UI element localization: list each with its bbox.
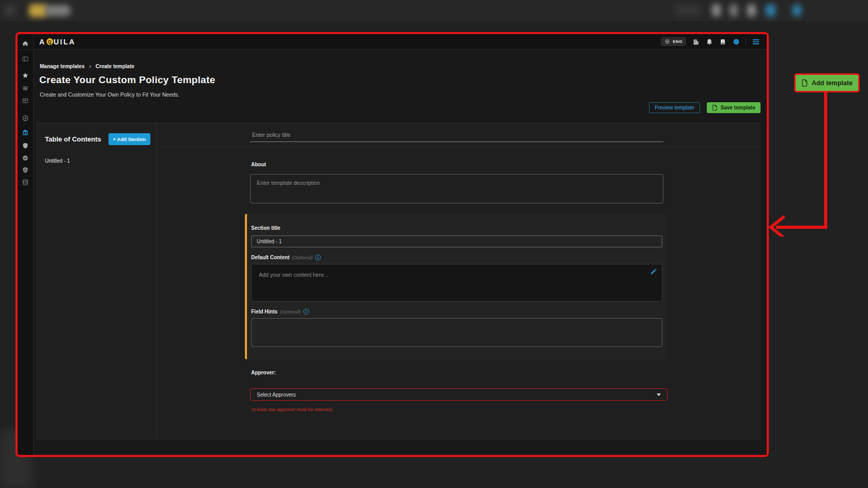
page-content: Manage templates › Create template Creat…	[34, 50, 767, 455]
aquila-logo: A Q UILA	[39, 38, 75, 46]
add-section-button[interactable]: + Add Section	[109, 133, 150, 145]
background-icon-blur	[747, 4, 756, 17]
breadcrumb: Manage templates › Create template	[40, 64, 134, 69]
colorwheel-icon	[733, 38, 740, 45]
template-editor-panel: Table of Contents + Add Section Untitled…	[36, 123, 761, 440]
shield-user-icon	[22, 166, 29, 174]
breadcrumb-create-template: Create template	[96, 64, 134, 69]
save-template-button[interactable]: Save template	[707, 102, 761, 113]
add-template-annotation-button[interactable]: Add template	[794, 73, 860, 92]
logo-text: A	[39, 38, 46, 46]
section-card: Section title Default Content (Optional)…	[245, 214, 667, 359]
policy-title-input[interactable]	[250, 131, 663, 142]
chevron-down-icon	[657, 393, 661, 396]
globe-badge-icon	[22, 154, 29, 162]
bank-icon	[22, 129, 29, 136]
header-actions: ENG	[661, 37, 760, 46]
default-content-label: Default Content	[251, 255, 289, 260]
toc-title: Table of Contents	[45, 135, 101, 143]
screen: A Q UILA ENG	[0, 0, 868, 488]
background-logo-blur	[29, 4, 48, 17]
shield-icon	[22, 142, 29, 149]
page-subtitle: Create and Customize Your Own Policy to …	[40, 91, 179, 98]
approver-select-value: Select Approvers	[257, 392, 296, 398]
field-hints-label: Field Hints	[251, 309, 277, 314]
background-menu-blur	[4, 5, 16, 15]
home-icon	[22, 40, 29, 47]
sidebar-item-layout[interactable]	[18, 55, 33, 63]
toc-item-untitled-1[interactable]: Untitled - 1	[45, 158, 150, 164]
sidebar-item-compliance[interactable]	[18, 154, 33, 162]
sidebar-item-data[interactable]	[18, 178, 33, 186]
apps-button[interactable]	[732, 38, 740, 45]
form-divider	[157, 147, 761, 147]
language-selector[interactable]: ENG	[661, 37, 686, 46]
background-logo-text-blur	[45, 5, 70, 16]
section-title-input[interactable]	[251, 235, 662, 247]
book-icon	[719, 38, 726, 45]
about-label: About	[251, 162, 266, 167]
background-icon-blur	[730, 4, 738, 17]
background-blurred-topbar	[0, 0, 868, 21]
app-header: A Q UILA ENG	[34, 34, 767, 50]
approver-error-message: At least one approver must be selected.	[251, 407, 333, 412]
logo-q-mark: Q	[47, 38, 53, 45]
approver-select[interactable]: Select Approvers	[250, 388, 668, 401]
save-template-label: Save template	[721, 105, 755, 111]
annotation-arrow	[764, 92, 862, 237]
annotation-highlight-frame: A Q UILA ENG	[16, 32, 769, 457]
background-icon-blur	[712, 4, 721, 17]
language-label: ENG	[673, 39, 683, 44]
file-icon	[801, 79, 808, 87]
approver-label: Approver:	[251, 370, 276, 375]
library-button[interactable]	[719, 38, 726, 45]
info-icon[interactable]: i	[303, 309, 309, 314]
page-title: Create Your Custom Policy Template	[39, 74, 215, 86]
chevron-right-icon: ›	[89, 64, 91, 69]
header-divider	[746, 38, 746, 45]
database-icon	[22, 179, 29, 186]
breadcrumb-manage-templates[interactable]: Manage templates	[40, 64, 85, 69]
preview-template-button[interactable]: Preview template	[649, 102, 700, 113]
organization-button[interactable]	[692, 38, 700, 45]
field-hints-optional: (Optional)	[280, 309, 301, 314]
logo-text: UILA	[54, 38, 76, 46]
notifications-button[interactable]	[705, 38, 713, 45]
file-icon	[712, 104, 718, 111]
menu-icon	[752, 38, 760, 45]
sidebar-item-list[interactable]	[18, 84, 33, 92]
layout-icon	[22, 55, 29, 62]
sidebar-item-home[interactable]	[18, 39, 33, 48]
list-icon	[22, 85, 29, 92]
info-icon[interactable]: i	[315, 255, 321, 260]
sidebar-item-access[interactable]	[18, 166, 33, 174]
sidebar-item-favorites[interactable]	[18, 71, 33, 80]
table-of-contents-panel: Table of Contents + Add Section Untitled…	[36, 123, 157, 440]
section-title-label: Section title	[251, 225, 281, 231]
background-icon-blur	[793, 5, 801, 16]
building-icon	[692, 38, 700, 45]
background-pill-blur	[674, 5, 701, 16]
sidebar-item-table[interactable]	[18, 97, 33, 105]
pencil-icon[interactable]	[650, 268, 657, 275]
compass-icon	[22, 115, 29, 122]
default-content-placeholder: Add your own content here...	[259, 272, 328, 278]
default-content-optional: (Optional)	[292, 255, 313, 260]
default-content-editor[interactable]: Add your own content here...	[251, 264, 662, 302]
sidebar-item-compass[interactable]	[18, 114, 33, 122]
sidebar	[18, 34, 34, 455]
template-description-input[interactable]	[250, 174, 663, 203]
star-icon	[22, 72, 29, 79]
bell-icon	[706, 38, 713, 45]
sidebar-item-policies-active[interactable]	[18, 128, 33, 136]
table-icon	[22, 97, 29, 104]
template-actions: Preview template Save template	[649, 102, 761, 113]
main-menu-button[interactable]	[752, 38, 760, 45]
background-icon-blur	[766, 4, 776, 17]
app-body: A Q UILA ENG	[34, 34, 767, 455]
sidebar-divider	[18, 50, 33, 50]
template-form: About Section title Default Content (Opt…	[157, 123, 761, 440]
sidebar-item-security[interactable]	[18, 141, 33, 150]
globe-icon	[664, 39, 670, 44]
field-hints-input[interactable]	[251, 318, 662, 347]
